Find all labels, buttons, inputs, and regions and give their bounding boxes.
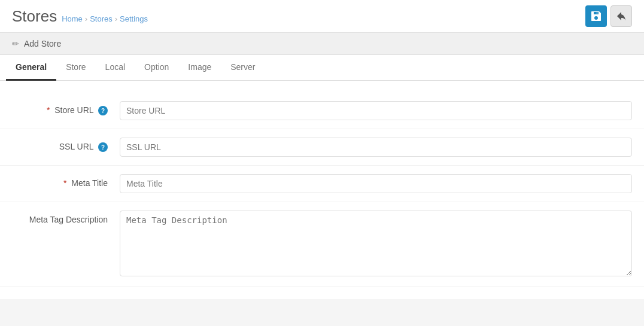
save-icon bbox=[591, 11, 601, 21]
breadcrumb-home[interactable]: Home bbox=[62, 14, 83, 23]
store-url-help-icon[interactable]: ? bbox=[98, 106, 108, 115]
breadcrumb-current: Settings bbox=[120, 14, 148, 23]
form-container: * Store URL ? SSL URL ? * Meta Title bbox=[0, 81, 644, 299]
store-url-label: * Store URL ? bbox=[12, 101, 120, 115]
back-icon bbox=[616, 11, 626, 21]
main-content: General Store Local Option Image Server … bbox=[0, 55, 644, 299]
header-actions bbox=[585, 5, 632, 27]
breadcrumb-sep-1: › bbox=[85, 14, 87, 23]
tab-server[interactable]: Server bbox=[221, 55, 265, 81]
ssl-url-input[interactable] bbox=[120, 138, 632, 157]
meta-tag-description-label-text: Meta Tag Description bbox=[29, 215, 108, 224]
ssl-url-control bbox=[120, 138, 632, 157]
ssl-url-help-icon[interactable]: ? bbox=[98, 142, 108, 152]
pencil-icon: ✏ bbox=[12, 39, 19, 48]
form-group-meta-tag-description: Meta Tag Description bbox=[0, 202, 644, 287]
tab-image[interactable]: Image bbox=[178, 55, 221, 81]
header-left: Stores Home › Stores › Settings bbox=[12, 7, 148, 26]
ssl-url-label-text: SSL URL bbox=[59, 142, 93, 151]
sub-header-title: Add Store bbox=[24, 39, 61, 48]
meta-tag-description-label: Meta Tag Description bbox=[12, 211, 120, 224]
tab-option[interactable]: Option bbox=[135, 55, 178, 81]
breadcrumb: Home › Stores › Settings bbox=[62, 14, 148, 23]
form-group-meta-title: * Meta Title bbox=[0, 166, 644, 202]
meta-tag-description-textarea[interactable] bbox=[120, 211, 632, 276]
tabs: General Store Local Option Image Server bbox=[0, 55, 644, 81]
store-url-label-text: Store URL bbox=[54, 105, 93, 115]
meta-title-label-text: Meta Title bbox=[71, 178, 108, 188]
store-url-control bbox=[120, 101, 632, 120]
tab-store[interactable]: Store bbox=[56, 55, 95, 81]
store-url-input[interactable] bbox=[120, 101, 632, 120]
save-button[interactable] bbox=[585, 5, 607, 27]
meta-title-control bbox=[120, 174, 632, 193]
tab-general[interactable]: General bbox=[6, 55, 56, 81]
form-group-store-url: * Store URL ? bbox=[0, 93, 644, 129]
store-url-required: * bbox=[47, 105, 50, 115]
breadcrumb-stores[interactable]: Stores bbox=[90, 14, 113, 23]
top-header: Stores Home › Stores › Settings bbox=[0, 0, 644, 33]
breadcrumb-sep-2: › bbox=[115, 14, 117, 23]
form-group-ssl-url: SSL URL ? bbox=[0, 129, 644, 166]
sub-header: ✏ Add Store bbox=[0, 33, 644, 55]
page-title: Stores bbox=[12, 7, 57, 26]
meta-title-required: * bbox=[63, 178, 66, 188]
meta-tag-description-control bbox=[120, 211, 632, 278]
back-button[interactable] bbox=[610, 5, 632, 27]
meta-title-input[interactable] bbox=[120, 174, 632, 193]
ssl-url-label: SSL URL ? bbox=[12, 138, 120, 152]
meta-title-label: * Meta Title bbox=[12, 174, 120, 188]
tab-local[interactable]: Local bbox=[96, 55, 135, 81]
